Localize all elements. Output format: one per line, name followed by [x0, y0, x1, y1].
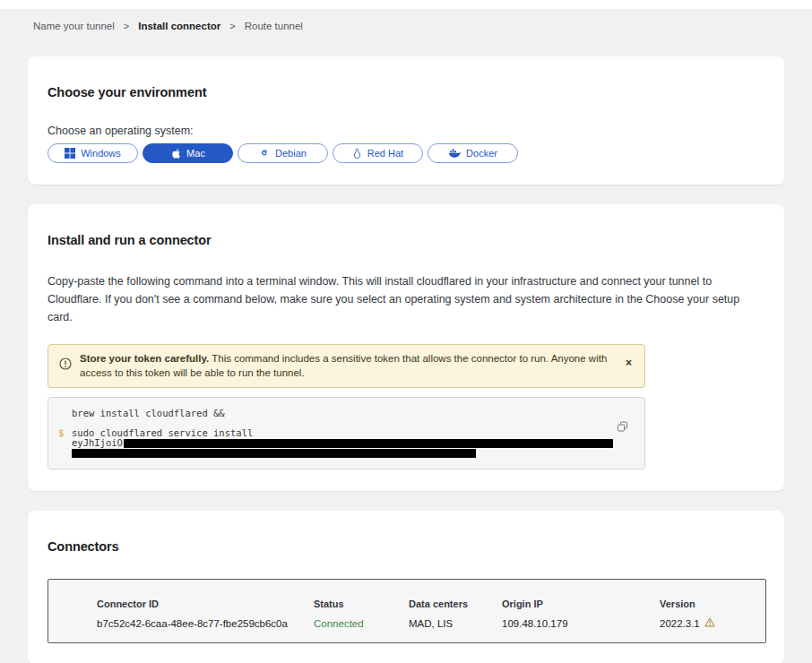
os-button-label: Red Hat	[367, 148, 403, 159]
top-header-strip	[0, 0, 812, 9]
version-number: 2022.3.1	[660, 618, 700, 629]
column-header-version: Version	[660, 598, 765, 609]
version-value: 2022.3.1	[660, 617, 765, 629]
redacted-token-bar	[72, 449, 476, 458]
os-button-label: Debian	[275, 148, 307, 159]
install-connector-card: Install and run a connector Copy-paste t…	[28, 204, 784, 491]
breadcrumb-separator: >	[229, 21, 235, 31]
column-header-status: Status	[314, 598, 409, 609]
copy-command-button[interactable]	[617, 421, 628, 435]
breadcrumb-step-name-your-tunnel[interactable]: Name your tunnel	[33, 21, 115, 31]
column-header-data-centers: Data centers	[409, 598, 502, 609]
token-warning-text: Store your token carefully. This command…	[80, 352, 613, 380]
warning-triangle-icon	[704, 617, 715, 629]
table-row: b7c52c42-6caa-48ee-8c77-fbe259cb6c0a Con…	[97, 617, 765, 629]
breadcrumb-step-route-tunnel[interactable]: Route tunnel	[245, 21, 303, 31]
copy-icon	[617, 422, 628, 435]
column-header-connector-id: Connector ID	[97, 598, 314, 609]
connectors-table: Connector ID Status Data centers Origin …	[48, 579, 766, 643]
docker-icon	[448, 148, 461, 159]
data-centers-value: MAD, LIS	[409, 618, 502, 629]
breadcrumb: Name your tunnel > Install connector > R…	[33, 21, 784, 31]
close-icon[interactable]: ×	[626, 359, 632, 366]
os-select-label: Choose an operating system:	[48, 125, 764, 137]
terminal-line-4	[72, 449, 609, 458]
choose-environment-card: Choose your environment Choose an operat…	[28, 56, 784, 185]
command-text: brew install cloudflared &&	[72, 408, 225, 418]
os-button-debian[interactable]: Debian	[238, 143, 328, 163]
terminal-line-1: brew install cloudflared &&	[72, 409, 609, 418]
os-button-label: Docker	[466, 148, 497, 159]
terminal-line-2: $sudo cloudflared service install	[72, 428, 609, 438]
os-button-redhat[interactable]: Red Hat	[333, 143, 423, 163]
card-title-install-connector: Install and run a connector	[48, 233, 764, 247]
os-button-label: Mac	[186, 148, 205, 159]
token-warning-banner: Store your token carefully. This command…	[48, 344, 645, 388]
token-warning-bold: Store your token carefully.	[80, 353, 209, 364]
os-button-group: Windows Mac Debian	[48, 143, 764, 163]
shell-prompt: $	[58, 428, 64, 438]
tunnel-setup-page: Name your tunnel > Install connector > R…	[28, 21, 784, 663]
windows-icon	[65, 148, 75, 159]
breadcrumb-separator: >	[124, 21, 129, 31]
card-title-choose-environment: Choose your environment	[48, 85, 764, 99]
redacted-token-bar	[124, 439, 613, 448]
column-header-origin-ip: Origin IP	[502, 598, 660, 609]
card-title-connectors: Connectors	[48, 539, 764, 554]
alert-circle-icon	[59, 357, 72, 374]
os-button-windows[interactable]: Windows	[48, 143, 138, 163]
terminal-line-3: eyJhIjoiO	[72, 438, 609, 448]
table-header-row: Connector ID Status Data centers Origin …	[97, 598, 765, 609]
origin-ip-value: 109.48.10.179	[502, 618, 660, 629]
status-badge: Connected	[314, 618, 409, 629]
terminal-command-block: brew install cloudflared && $sudo cloudf…	[48, 397, 645, 469]
os-button-label: Windows	[81, 148, 121, 159]
redhat-icon	[352, 148, 362, 159]
os-button-mac[interactable]: Mac	[143, 143, 233, 163]
breadcrumb-step-install-connector[interactable]: Install connector	[138, 21, 220, 31]
connectors-card: Connectors Connector ID Status Data cent…	[28, 511, 784, 663]
debian-icon	[259, 148, 270, 159]
install-description: Copy-paste the following command into a …	[48, 272, 764, 326]
os-button-docker[interactable]: Docker	[428, 143, 518, 163]
apple-icon	[170, 148, 181, 159]
connector-id-value: b7c52c42-6caa-48ee-8c77-fbe259cb6c0a	[97, 618, 314, 629]
token-prefix-text: eyJhIjoiO	[72, 437, 123, 448]
